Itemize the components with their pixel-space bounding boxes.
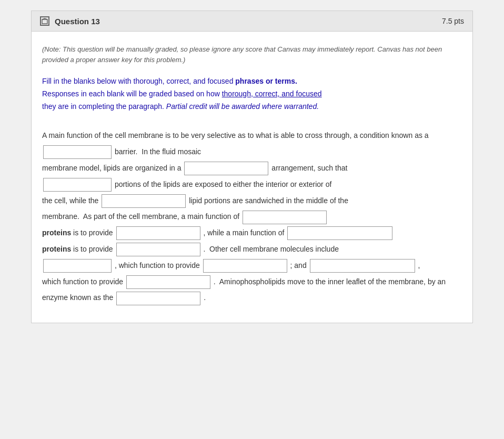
blank-8[interactable] xyxy=(116,243,200,256)
question-header: Question 13 7.5 pts xyxy=(32,11,472,32)
paragraph-text: A main function of the cell membrane is … xyxy=(42,127,462,306)
blank-1[interactable] xyxy=(43,145,112,159)
blank-9[interactable] xyxy=(43,259,112,273)
note-text: (Note: This question will be manually gr… xyxy=(42,44,462,65)
paragraph-line-8: , which function to provide ; and , xyxy=(42,257,462,274)
blank-13[interactable] xyxy=(116,292,200,305)
instructions-text-3: they are in completing the paragraph. Pa… xyxy=(42,102,319,111)
question-icon xyxy=(40,16,49,26)
paragraph-line-1: A main function of the cell membrane is … xyxy=(42,127,462,160)
blank-5[interactable] xyxy=(243,211,327,224)
instructions-text-2: Responses in each blank will be graded b… xyxy=(42,89,322,98)
blank-3[interactable] xyxy=(43,178,112,192)
question-container: Question 13 7.5 pts (Note: This question… xyxy=(31,11,473,323)
blank-4[interactable] xyxy=(102,194,186,208)
blank-11[interactable] xyxy=(310,259,415,273)
question-title: Question 13 xyxy=(55,17,100,26)
blank-10[interactable] xyxy=(203,259,287,273)
paragraph-line-7: proteins is to provide . Other cell memb… xyxy=(42,241,462,257)
proteins-label-2: proteins xyxy=(42,245,71,253)
paragraph-line-6: proteins is to provide , while a main fu… xyxy=(42,225,462,241)
paragraph-line-4: the cell, while the lipid portions are s… xyxy=(42,193,462,209)
blank-12[interactable] xyxy=(126,275,210,289)
blank-2[interactable] xyxy=(184,162,268,175)
blank-7[interactable] xyxy=(287,226,392,240)
blank-6[interactable] xyxy=(116,226,200,240)
question-points: 7.5 pts xyxy=(442,17,464,25)
instructions: Fill in the blanks below with thorough, … xyxy=(42,75,462,113)
paragraph-line-5: membrane. As part of the cell membrane, … xyxy=(42,208,462,225)
paragraph-line-9: which function to provide . Aminophospho… xyxy=(42,274,462,306)
paragraph-line-3: portions of the lipids are exposed to ei… xyxy=(42,176,462,193)
paragraph-line-2: membrane model, lipids are organized in … xyxy=(42,160,462,176)
svg-rect-0 xyxy=(42,19,47,24)
question-header-left: Question 13 xyxy=(40,16,100,26)
proteins-label-1: proteins xyxy=(42,228,71,237)
instructions-text-1: Fill in the blanks below with thorough, … xyxy=(42,77,297,85)
question-body: (Note: This question will be manually gr… xyxy=(32,32,472,323)
